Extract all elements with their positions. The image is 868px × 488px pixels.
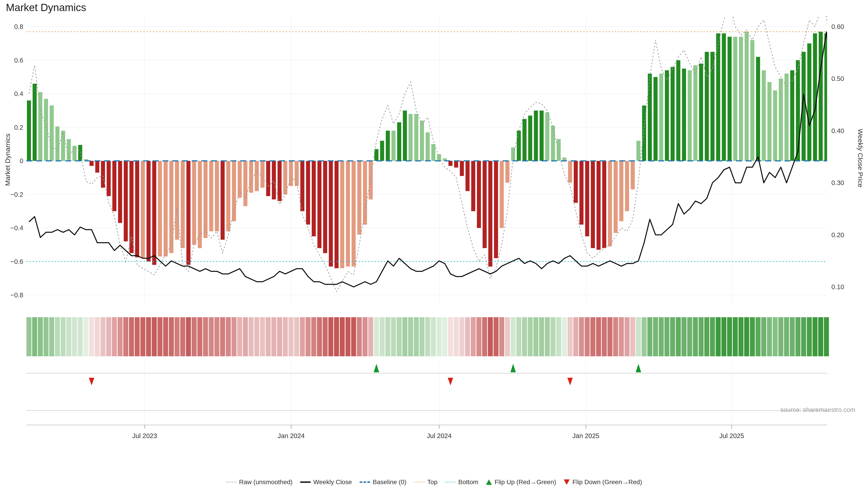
heatmap-cell (374, 317, 379, 356)
heatmap-cell (89, 317, 94, 356)
dynamics-bar (796, 60, 800, 161)
heatmap-cell (106, 317, 111, 356)
heatmap-cell (169, 317, 174, 356)
heatmap-cell (562, 317, 567, 356)
heatmap-cell (95, 317, 100, 356)
heatmap-cell (807, 317, 812, 356)
left-axis-tick-label: 0.8 (14, 23, 23, 30)
left-axis-tick-label: 0.6 (14, 57, 23, 64)
heatmap-cell (402, 317, 407, 356)
dynamics-bar (505, 161, 509, 183)
heatmap-cell (750, 317, 755, 356)
heatmap-cell (129, 317, 134, 356)
heatmap-cell (602, 317, 607, 356)
dynamics-bar (631, 161, 635, 189)
dynamics-bar (255, 161, 259, 191)
dynamics-bar (272, 161, 276, 199)
dynamics-bar (215, 161, 219, 231)
heatmap-cell (186, 317, 191, 356)
legend-item-2: Baseline (0) (360, 479, 406, 486)
dynamics-bar (169, 161, 174, 253)
left-axis-tick-label: −0.4 (10, 224, 23, 232)
dynamics-bar (585, 161, 589, 236)
heatmap-cell (471, 317, 476, 356)
heatmap-cell (322, 317, 328, 356)
dynamics-bar (471, 161, 475, 211)
heatmap-cell (585, 317, 590, 356)
heatmap-cell (653, 317, 658, 356)
heatmap-cell (340, 317, 345, 356)
heatmap-cell (625, 317, 629, 356)
heatmap-cell (756, 317, 761, 356)
heatmap-cell (43, 317, 49, 356)
heatmap-cell (379, 317, 384, 356)
dynamics-bar (118, 161, 122, 223)
dynamics-bar (152, 161, 156, 265)
heatmap-cell (670, 317, 675, 356)
heatmap-cell (55, 317, 60, 356)
heatmap-cell (345, 317, 350, 356)
heatmap-cell (516, 317, 521, 356)
heatmap-cell (522, 317, 527, 356)
legend-item-0: Raw (unsmoothed) (226, 479, 293, 486)
heatmap-cell (363, 317, 368, 356)
legend-item-label: Top (427, 479, 437, 486)
heatmap-cell (596, 317, 601, 356)
dynamics-bar (380, 141, 384, 161)
heatmap-cell (101, 317, 105, 356)
legend-item-1: Weekly Close (300, 479, 352, 486)
heatmap-cell (448, 317, 453, 356)
dynamics-bar (591, 161, 595, 248)
dynamics-bar (301, 161, 305, 211)
heatmap-cell (197, 317, 202, 356)
dynamics-bar (671, 67, 675, 161)
dynamics-bar (756, 57, 760, 161)
dynamics-bar (448, 161, 453, 166)
left-axis-tick-label: −0.6 (10, 258, 23, 265)
dynamics-bar (107, 161, 111, 196)
dynamics-bar (55, 127, 59, 161)
heatmap-cell (141, 317, 145, 356)
heatmap-cell (716, 317, 721, 356)
heatmap-cell (288, 317, 293, 356)
heatmap-cell (226, 317, 231, 356)
dynamics-bar (460, 161, 464, 176)
dynamics-bar (545, 112, 549, 161)
heatmap-cell (465, 317, 470, 356)
heatmap-cell (175, 317, 180, 356)
heatmap-cell (442, 317, 447, 356)
heatmap-cell (135, 317, 140, 356)
dynamics-bar (653, 77, 657, 161)
legend-dotted-line-swatch (414, 482, 425, 483)
dynamics-bar (181, 161, 185, 248)
dynamics-bar (716, 33, 720, 161)
dynamics-bar (705, 52, 709, 161)
heatmap-cell (260, 317, 265, 356)
heatmap-cell (272, 317, 276, 356)
x-tick-label: Jan 2024 (278, 432, 305, 440)
dynamics-bar (819, 32, 823, 161)
dynamics-bar (90, 161, 94, 166)
heatmap-cell (436, 317, 441, 356)
heatmap-cell (573, 317, 578, 356)
heatmap-cell (727, 317, 732, 356)
dynamics-bar (500, 161, 504, 228)
heatmap-cell (420, 317, 425, 356)
heatmap-cell (277, 317, 282, 356)
right-axis-title: Weekly Close Price (857, 129, 864, 188)
heatmap-cell (773, 317, 778, 356)
heatmap-cell (476, 317, 482, 356)
dynamics-bar (135, 161, 139, 257)
dynamics-bar (420, 121, 424, 161)
dynamics-bar (733, 37, 737, 161)
legend-item-label: Weekly Close (313, 479, 352, 486)
dynamics-bar (414, 114, 418, 161)
flip-down-marker-icon (89, 378, 94, 385)
heatmap-cell (329, 317, 333, 356)
heatmap-cell (220, 317, 225, 356)
heatmap-cell (209, 317, 214, 356)
left-axis-tick-label: −0.2 (10, 191, 23, 198)
heatmap-cell (733, 317, 738, 356)
dynamics-bar (232, 161, 236, 221)
heatmap-cell (118, 317, 123, 356)
